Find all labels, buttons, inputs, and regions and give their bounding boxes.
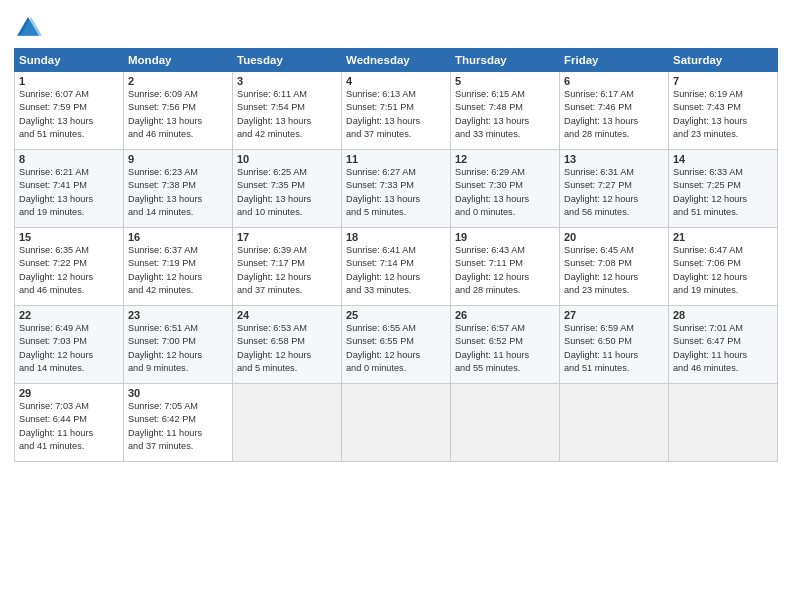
day-detail: Sunrise: 6:53 AMSunset: 6:58 PMDaylight:… bbox=[237, 322, 337, 375]
calendar-day: 12Sunrise: 6:29 AMSunset: 7:30 PMDayligh… bbox=[451, 150, 560, 228]
day-number: 11 bbox=[346, 153, 446, 165]
day-detail: Sunrise: 6:27 AMSunset: 7:33 PMDaylight:… bbox=[346, 166, 446, 219]
col-friday: Friday bbox=[560, 49, 669, 72]
day-number: 4 bbox=[346, 75, 446, 87]
day-detail: Sunrise: 6:21 AMSunset: 7:41 PMDaylight:… bbox=[19, 166, 119, 219]
day-detail: Sunrise: 6:51 AMSunset: 7:00 PMDaylight:… bbox=[128, 322, 228, 375]
day-detail: Sunrise: 6:13 AMSunset: 7:51 PMDaylight:… bbox=[346, 88, 446, 141]
day-detail: Sunrise: 6:45 AMSunset: 7:08 PMDaylight:… bbox=[564, 244, 664, 297]
day-number: 3 bbox=[237, 75, 337, 87]
day-number: 16 bbox=[128, 231, 228, 243]
calendar-day: 7Sunrise: 6:19 AMSunset: 7:43 PMDaylight… bbox=[669, 72, 778, 150]
calendar-day: 20Sunrise: 6:45 AMSunset: 7:08 PMDayligh… bbox=[560, 228, 669, 306]
calendar-day: 30Sunrise: 7:05 AMSunset: 6:42 PMDayligh… bbox=[124, 384, 233, 462]
calendar-day: 28Sunrise: 7:01 AMSunset: 6:47 PMDayligh… bbox=[669, 306, 778, 384]
day-detail: Sunrise: 6:25 AMSunset: 7:35 PMDaylight:… bbox=[237, 166, 337, 219]
calendar-day: 17Sunrise: 6:39 AMSunset: 7:17 PMDayligh… bbox=[233, 228, 342, 306]
calendar-header-row: Sunday Monday Tuesday Wednesday Thursday… bbox=[15, 49, 778, 72]
day-detail: Sunrise: 6:37 AMSunset: 7:19 PMDaylight:… bbox=[128, 244, 228, 297]
day-detail: Sunrise: 6:57 AMSunset: 6:52 PMDaylight:… bbox=[455, 322, 555, 375]
calendar-day: 27Sunrise: 6:59 AMSunset: 6:50 PMDayligh… bbox=[560, 306, 669, 384]
calendar-day bbox=[560, 384, 669, 462]
calendar-day: 2Sunrise: 6:09 AMSunset: 7:56 PMDaylight… bbox=[124, 72, 233, 150]
day-number: 8 bbox=[19, 153, 119, 165]
calendar-day: 26Sunrise: 6:57 AMSunset: 6:52 PMDayligh… bbox=[451, 306, 560, 384]
calendar-header bbox=[14, 10, 778, 42]
day-detail: Sunrise: 6:17 AMSunset: 7:46 PMDaylight:… bbox=[564, 88, 664, 141]
day-detail: Sunrise: 6:15 AMSunset: 7:48 PMDaylight:… bbox=[455, 88, 555, 141]
day-number: 24 bbox=[237, 309, 337, 321]
day-number: 29 bbox=[19, 387, 119, 399]
day-detail: Sunrise: 6:41 AMSunset: 7:14 PMDaylight:… bbox=[346, 244, 446, 297]
calendar-week-4: 22Sunrise: 6:49 AMSunset: 7:03 PMDayligh… bbox=[15, 306, 778, 384]
day-detail: Sunrise: 6:55 AMSunset: 6:55 PMDaylight:… bbox=[346, 322, 446, 375]
calendar-day: 11Sunrise: 6:27 AMSunset: 7:33 PMDayligh… bbox=[342, 150, 451, 228]
day-detail: Sunrise: 7:05 AMSunset: 6:42 PMDaylight:… bbox=[128, 400, 228, 453]
day-detail: Sunrise: 6:29 AMSunset: 7:30 PMDaylight:… bbox=[455, 166, 555, 219]
calendar-day: 5Sunrise: 6:15 AMSunset: 7:48 PMDaylight… bbox=[451, 72, 560, 150]
col-monday: Monday bbox=[124, 49, 233, 72]
day-number: 27 bbox=[564, 309, 664, 321]
day-detail: Sunrise: 6:07 AMSunset: 7:59 PMDaylight:… bbox=[19, 88, 119, 141]
calendar-day: 6Sunrise: 6:17 AMSunset: 7:46 PMDaylight… bbox=[560, 72, 669, 150]
calendar-day: 8Sunrise: 6:21 AMSunset: 7:41 PMDaylight… bbox=[15, 150, 124, 228]
calendar-day bbox=[233, 384, 342, 462]
day-number: 5 bbox=[455, 75, 555, 87]
calendar-week-5: 29Sunrise: 7:03 AMSunset: 6:44 PMDayligh… bbox=[15, 384, 778, 462]
calendar-day: 23Sunrise: 6:51 AMSunset: 7:00 PMDayligh… bbox=[124, 306, 233, 384]
calendar-day: 29Sunrise: 7:03 AMSunset: 6:44 PMDayligh… bbox=[15, 384, 124, 462]
day-number: 22 bbox=[19, 309, 119, 321]
calendar-day: 10Sunrise: 6:25 AMSunset: 7:35 PMDayligh… bbox=[233, 150, 342, 228]
calendar-day bbox=[451, 384, 560, 462]
calendar-day: 9Sunrise: 6:23 AMSunset: 7:38 PMDaylight… bbox=[124, 150, 233, 228]
calendar-day: 25Sunrise: 6:55 AMSunset: 6:55 PMDayligh… bbox=[342, 306, 451, 384]
day-detail: Sunrise: 6:33 AMSunset: 7:25 PMDaylight:… bbox=[673, 166, 773, 219]
col-thursday: Thursday bbox=[451, 49, 560, 72]
calendar-day: 24Sunrise: 6:53 AMSunset: 6:58 PMDayligh… bbox=[233, 306, 342, 384]
day-detail: Sunrise: 6:43 AMSunset: 7:11 PMDaylight:… bbox=[455, 244, 555, 297]
day-number: 15 bbox=[19, 231, 119, 243]
day-detail: Sunrise: 6:11 AMSunset: 7:54 PMDaylight:… bbox=[237, 88, 337, 141]
day-number: 20 bbox=[564, 231, 664, 243]
calendar-day: 21Sunrise: 6:47 AMSunset: 7:06 PMDayligh… bbox=[669, 228, 778, 306]
day-number: 26 bbox=[455, 309, 555, 321]
day-number: 1 bbox=[19, 75, 119, 87]
day-detail: Sunrise: 7:03 AMSunset: 6:44 PMDaylight:… bbox=[19, 400, 119, 453]
day-number: 23 bbox=[128, 309, 228, 321]
calendar-week-2: 8Sunrise: 6:21 AMSunset: 7:41 PMDaylight… bbox=[15, 150, 778, 228]
col-sunday: Sunday bbox=[15, 49, 124, 72]
day-number: 30 bbox=[128, 387, 228, 399]
calendar-day: 4Sunrise: 6:13 AMSunset: 7:51 PMDaylight… bbox=[342, 72, 451, 150]
day-number: 14 bbox=[673, 153, 773, 165]
day-detail: Sunrise: 6:49 AMSunset: 7:03 PMDaylight:… bbox=[19, 322, 119, 375]
col-saturday: Saturday bbox=[669, 49, 778, 72]
day-detail: Sunrise: 6:23 AMSunset: 7:38 PMDaylight:… bbox=[128, 166, 228, 219]
day-number: 9 bbox=[128, 153, 228, 165]
day-detail: Sunrise: 6:09 AMSunset: 7:56 PMDaylight:… bbox=[128, 88, 228, 141]
day-detail: Sunrise: 6:19 AMSunset: 7:43 PMDaylight:… bbox=[673, 88, 773, 141]
calendar-day: 3Sunrise: 6:11 AMSunset: 7:54 PMDaylight… bbox=[233, 72, 342, 150]
day-number: 17 bbox=[237, 231, 337, 243]
calendar-day: 13Sunrise: 6:31 AMSunset: 7:27 PMDayligh… bbox=[560, 150, 669, 228]
calendar-week-3: 15Sunrise: 6:35 AMSunset: 7:22 PMDayligh… bbox=[15, 228, 778, 306]
calendar-day: 22Sunrise: 6:49 AMSunset: 7:03 PMDayligh… bbox=[15, 306, 124, 384]
logo bbox=[14, 14, 44, 42]
calendar-day bbox=[342, 384, 451, 462]
calendar-day: 16Sunrise: 6:37 AMSunset: 7:19 PMDayligh… bbox=[124, 228, 233, 306]
col-tuesday: Tuesday bbox=[233, 49, 342, 72]
day-number: 10 bbox=[237, 153, 337, 165]
calendar-day: 1Sunrise: 6:07 AMSunset: 7:59 PMDaylight… bbox=[15, 72, 124, 150]
calendar-day: 18Sunrise: 6:41 AMSunset: 7:14 PMDayligh… bbox=[342, 228, 451, 306]
calendar-day bbox=[669, 384, 778, 462]
day-number: 19 bbox=[455, 231, 555, 243]
day-number: 2 bbox=[128, 75, 228, 87]
day-number: 21 bbox=[673, 231, 773, 243]
day-number: 12 bbox=[455, 153, 555, 165]
day-detail: Sunrise: 6:35 AMSunset: 7:22 PMDaylight:… bbox=[19, 244, 119, 297]
day-detail: Sunrise: 6:31 AMSunset: 7:27 PMDaylight:… bbox=[564, 166, 664, 219]
day-number: 28 bbox=[673, 309, 773, 321]
calendar-day: 15Sunrise: 6:35 AMSunset: 7:22 PMDayligh… bbox=[15, 228, 124, 306]
day-detail: Sunrise: 6:39 AMSunset: 7:17 PMDaylight:… bbox=[237, 244, 337, 297]
day-number: 6 bbox=[564, 75, 664, 87]
day-number: 25 bbox=[346, 309, 446, 321]
